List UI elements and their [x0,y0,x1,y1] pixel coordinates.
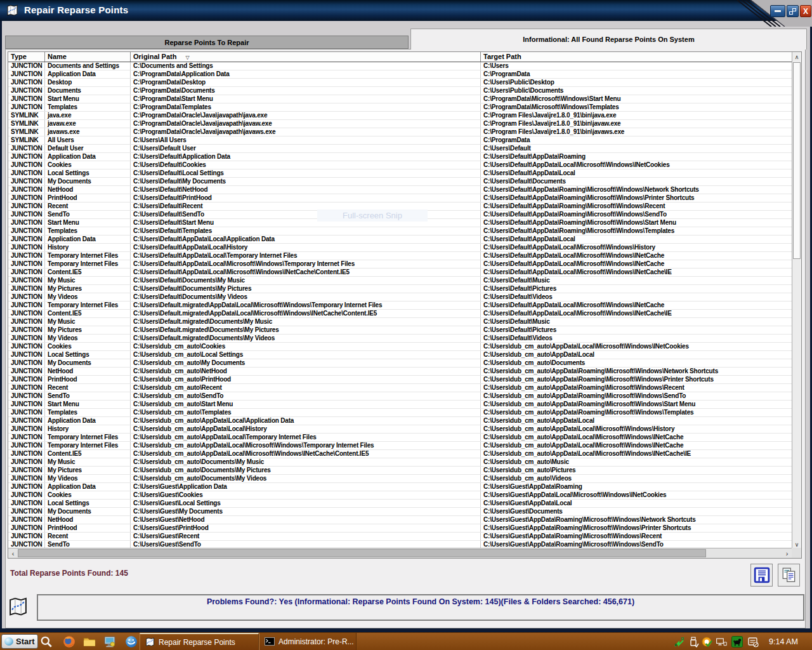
watchdog-tray-icon[interactable] [731,636,743,647]
table-row[interactable]: JUNCTIONMy PicturesC:\Users\dub_cm_auto\… [8,467,792,475]
scroll-up-icon[interactable]: ∧ [792,52,801,62]
column-header-target-path[interactable]: Target Path [481,52,792,62]
table-row[interactable]: JUNCTIONMy MusicC:\Users\Default.migrate… [8,318,792,326]
cell-target: C:\Users\Default\AppData\Roaming\Microso… [481,211,792,218]
table-row[interactable]: JUNCTIONNetHoodC:\Users\Guest\NetHoodC:\… [8,516,792,524]
horizontal-scrollbar[interactable]: ‹ › [8,548,792,558]
scroll-left-icon[interactable]: ‹ [8,548,18,558]
column-header-name[interactable]: Name [45,52,131,62]
table-row[interactable]: JUNCTIONPrintHoodC:\Users\Guest\PrintHoo… [8,524,792,533]
column-header-original-path[interactable]: Original Path▽ [131,52,481,62]
table-row[interactable]: JUNCTIONTemplatesC:\ProgramData\Template… [8,103,792,112]
cell-orig: C:\Users\dub_cm_auto\Documents\My Videos [131,475,481,482]
table-row[interactable]: JUNCTIONTemporary Internet FilesC:\Users… [8,442,792,450]
table-row[interactable]: JUNCTIONCookiesC:\Users\Default\CookiesC… [8,161,792,169]
table-row[interactable]: JUNCTIONPrintHoodC:\Users\Default\PrintH… [8,194,792,202]
messenger-icon[interactable] [125,635,138,648]
table-row[interactable]: JUNCTIONNetHoodC:\Users\Default\NetHoodC… [8,186,792,194]
table-row[interactable]: JUNCTIONApplication DataC:\Users\Default… [8,153,792,161]
table-row[interactable]: JUNCTIONSendToC:\Users\dub_cm_auto\SendT… [8,392,792,401]
table-row[interactable]: JUNCTIONNetHoodC:\Users\dub_cm_auto\NetH… [8,368,792,376]
table-row[interactable]: JUNCTIONHistoryC:\Users\dub_cm_auto\AppD… [8,425,792,434]
table-row[interactable]: JUNCTIONContent.IE5C:\Users\dub_cm_auto\… [8,450,792,458]
computer-settings-icon[interactable] [103,635,116,648]
table-row[interactable]: JUNCTIONMy DocumentsC:\Users\Guest\My Do… [8,508,792,516]
table-row[interactable]: JUNCTIONLocal SettingsC:\Users\Guest\Loc… [8,500,792,508]
table-row[interactable]: JUNCTIONContent.IE5C:\Users\Default.migr… [8,310,792,318]
cell-target: C:\Program Files\Java\jre1.8.0_91\bin\ja… [481,128,792,136]
cell-target: C:\Users\Public\Desktop [481,79,792,86]
titlebar[interactable]: Repair Reparse Points X [0,0,812,21]
restore-button[interactable] [787,5,799,17]
table-row[interactable]: JUNCTIONMy PicturesC:\Users\Default.migr… [8,326,792,335]
table-row[interactable]: JUNCTIONDocuments and SettingsC:\Documen… [8,62,792,70]
snip-toolbar-ghost: Full-screen Snip [317,209,428,222]
table-row[interactable]: JUNCTIONTemporary Internet FilesC:\Users… [8,252,792,260]
table-row[interactable]: JUNCTIONTemplatesC:\Users\Default\Templa… [8,227,792,235]
network-status-tray-icon[interactable] [716,636,727,647]
table-row[interactable]: JUNCTIONApplication DataC:\Users\Guest\A… [8,483,792,491]
table-row[interactable]: JUNCTIONTemporary Internet FilesC:\Users… [8,434,792,442]
table-row[interactable]: JUNCTIONMy MusicC:\Users\Default\Documen… [8,277,792,285]
minimize-button[interactable] [770,5,785,17]
table-row[interactable]: JUNCTIONTemporary Internet FilesC:\Users… [8,302,792,310]
table-row[interactable]: JUNCTIONCookiesC:\Users\dub_cm_auto\Cook… [8,343,792,351]
table-row[interactable]: JUNCTIONHistoryC:\Users\Default\AppData\… [8,244,792,252]
close-button[interactable]: X [800,5,811,17]
table-row[interactable]: JUNCTIONApplication DataC:\Users\dub_cm_… [8,417,792,425]
table-row[interactable]: JUNCTIONStart MenuC:\ProgramData\Start M… [8,95,792,103]
table-row[interactable]: JUNCTIONDefault UserC:\Users\Default Use… [8,145,792,153]
taskbar-app-repair-reparse-points[interactable]: Repair Reparse Points [140,633,259,650]
tab-informational-all-found[interactable]: Informational: All Found Reparse Points … [410,29,807,50]
table-row[interactable]: JUNCTIONMy VideosC:\Users\Default\Docume… [8,293,792,302]
table-row[interactable]: JUNCTIONRecentC:\Users\Guest\RecentC:\Us… [8,533,792,541]
usb-eject-tray-icon[interactable] [688,636,700,647]
copy-report-button[interactable] [778,564,800,587]
table-row[interactable]: SYMLINKjavaw.exeC:\ProgramData\Oracle\Ja… [8,120,792,128]
firefox-icon[interactable] [63,635,75,648]
cell-orig: C:\Users\Default\Recent [131,202,481,210]
table-row[interactable]: JUNCTIONLocal SettingsC:\Users\dub_cm_au… [8,351,792,359]
table-row[interactable]: JUNCTIONCookiesC:\Users\Guest\CookiesC:\… [8,491,792,500]
table-row[interactable]: JUNCTIONLocal SettingsC:\Users\Default\L… [8,169,792,178]
start-button[interactable]: Start [1,634,38,649]
search-icon[interactable] [40,635,53,648]
table-row[interactable]: JUNCTIONPrintHoodC:\Users\dub_cm_auto\Pr… [8,376,792,384]
table-row[interactable]: JUNCTIONMy DocumentsC:\Users\Default\My … [8,178,792,186]
file-explorer-icon[interactable] [83,635,96,648]
column-header-type[interactable]: Type [8,52,45,62]
table-row[interactable]: JUNCTIONStart MenuC:\Users\dub_cm_auto\S… [8,401,792,409]
table-row[interactable]: JUNCTIONMy DocumentsC:\Users\dub_cm_auto… [8,359,792,368]
table-row[interactable]: JUNCTIONMy VideosC:\Users\dub_cm_auto\Do… [8,475,792,483]
network-activity-tray-icon[interactable] [674,636,685,647]
table-row[interactable]: JUNCTIONApplication DataC:\Users\Default… [8,235,792,244]
table-row[interactable]: SYMLINKjava.exeC:\ProgramData\Oracle\Jav… [8,112,792,120]
table-row[interactable]: JUNCTIONDocumentsC:\ProgramData\Document… [8,87,792,95]
horizontal-scrollbar-thumb[interactable] [18,549,706,557]
table-row[interactable]: JUNCTIONContent.IE5C:\Users\Default\AppD… [8,269,792,277]
table-row[interactable]: SYMLINKAll UsersC:\Users\All UsersC:\Pro… [8,136,792,145]
cell-name: History [45,244,131,251]
vertical-scrollbar-thumb[interactable] [793,62,801,259]
table-row[interactable]: JUNCTIONMy PicturesC:\Users\Default\Docu… [8,285,792,293]
action-center-tray-icon[interactable] [747,636,759,647]
table-row[interactable]: JUNCTIONMy MusicC:\Users\dub_cm_auto\Doc… [8,458,792,467]
scroll-right-icon[interactable]: › [782,548,792,558]
cell-type: JUNCTION [8,392,45,400]
cell-type: JUNCTION [8,62,45,70]
save-report-button[interactable] [750,564,773,587]
cell-orig: C:\Users\dub_cm_auto\Recent [131,384,481,392]
taskbar-app-administrator-cmd[interactable]: Administrator: Pre-R... [259,633,357,650]
table-row[interactable]: SYMLINKjavaws.exeC:\ProgramData\Oracle\J… [8,128,792,136]
table-row[interactable]: JUNCTIONRecentC:\Users\dub_cm_auto\Recen… [8,384,792,392]
table-row[interactable]: JUNCTIONMy VideosC:\Users\Default.migrat… [8,335,792,343]
table-row[interactable]: JUNCTIONTemplatesC:\Users\dub_cm_auto\Te… [8,409,792,417]
taskbar-clock[interactable]: 9:14 AM [769,633,798,650]
tab-reparse-points-to-repair[interactable]: Reparse Points To Repair [5,36,409,49]
table-row[interactable]: JUNCTIONApplication DataC:\ProgramData\A… [8,70,792,79]
table-row[interactable]: JUNCTIONDesktopC:\ProgramData\DesktopC:\… [8,79,792,87]
cell-orig: C:\Users\Default\AppData\Local\Applicati… [131,235,481,243]
vertical-scrollbar[interactable]: ∧ ∨ [792,52,801,549]
antivirus-tray-icon[interactable] [702,636,713,647]
table-row[interactable]: JUNCTIONTemporary Internet FilesC:\Users… [8,260,792,269]
